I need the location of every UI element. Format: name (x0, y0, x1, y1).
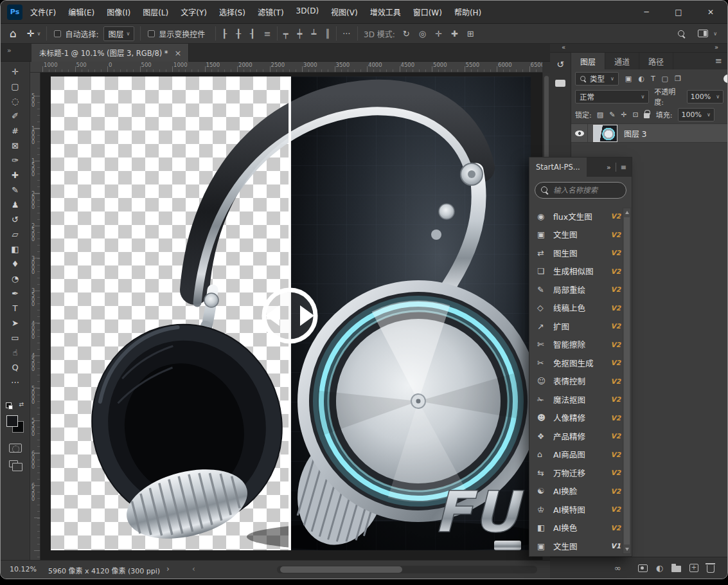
more-options-icon[interactable]: ⋯ (342, 29, 351, 38)
tab-overflow-icon[interactable]: » (7, 46, 12, 55)
marquee-tool[interactable]: ▢ (5, 79, 26, 94)
plugin-item[interactable]: ⇄ 图生图 V2 (537, 244, 632, 262)
zoom-level-field[interactable]: 10.12% (10, 565, 37, 573)
plugin-item[interactable]: ⇆ 万物迁移 V2 (537, 464, 632, 482)
align-right-icon[interactable]: ┨ (250, 29, 255, 39)
distribute-v-icon[interactable]: ║ (325, 29, 330, 39)
canvas-area[interactable]: FU (40, 73, 542, 560)
tool-preset-caret-icon[interactable]: ∨ (37, 31, 41, 37)
home-icon[interactable]: ⌂ (10, 27, 17, 40)
menu-item[interactable]: 窗口(W) (413, 6, 442, 17)
align-left-icon[interactable]: ┠ (222, 29, 227, 39)
filter-adjustment-icon[interactable]: ◐ (638, 75, 644, 83)
plugin-item[interactable]: ◉ flux文生图 V2 (537, 207, 632, 226)
plugin-item[interactable]: ☯ AI换脸 V2 (537, 482, 632, 501)
menu-item[interactable]: 视图(V) (331, 6, 358, 17)
fill-field[interactable]: 100% ∨ (678, 108, 715, 122)
opacity-field[interactable]: 100% ∨ (687, 90, 724, 104)
plugin-item[interactable]: ♔ AI模特图 V2 (537, 500, 632, 519)
plugin-item[interactable]: ◧ AI换色 V2 (537, 519, 632, 537)
default-colors-icon[interactable]: ⇄ (6, 401, 25, 410)
pan-3d-icon[interactable]: ✛ (435, 29, 442, 39)
align-top-icon[interactable]: ┯ (283, 29, 289, 39)
hand-tool[interactable]: ☝ (5, 345, 26, 360)
eraser-tool[interactable]: ▱ (5, 227, 26, 242)
eyedropper-tool[interactable]: ✑ (5, 153, 26, 168)
plugin-collapse-icon[interactable]: » (607, 163, 611, 172)
menu-item[interactable]: 3D(D) (296, 6, 319, 17)
lasso-tool[interactable]: ◌ (5, 94, 26, 109)
plugin-item[interactable]: ☺ 表情控制 V2 (537, 372, 632, 391)
history-brush-tool[interactable]: ↺ (5, 212, 26, 227)
status-menu-icon[interactable]: › (166, 564, 170, 573)
lock-all-icon[interactable] (644, 113, 650, 118)
filter-pin-icon[interactable] (724, 75, 728, 83)
add-mask-icon[interactable] (638, 564, 648, 572)
canvas-artwork[interactable]: FU (51, 76, 531, 550)
menu-item[interactable]: 滤镜(T) (258, 6, 284, 17)
horizontal-scrollbar[interactable] (277, 566, 537, 573)
plugin-item[interactable]: ✄ 智能擦除 V2 (537, 336, 632, 354)
menu-item[interactable]: 选择(S) (219, 6, 245, 17)
delete-layer-icon[interactable] (707, 565, 715, 573)
healing-tool[interactable]: ✚ (5, 168, 26, 183)
visibility-toggle[interactable] (571, 124, 588, 142)
filter-shape-icon[interactable]: ▢ (662, 75, 668, 83)
menu-item[interactable]: 帮助(H) (454, 6, 481, 17)
quick-select-tool[interactable]: ✐ (5, 109, 26, 123)
menu-item[interactable]: 图层(L) (143, 6, 168, 17)
blend-mode-dropdown[interactable]: 正常 ∨ (575, 90, 649, 104)
plugin-tab[interactable]: StartAI-PS... (529, 158, 587, 177)
close-tab-icon[interactable]: × (175, 48, 182, 58)
tab-channels[interactable]: 通道 (605, 53, 639, 69)
tab-layers[interactable]: 图层 (571, 53, 605, 69)
pen-tool[interactable]: ✒ (5, 286, 26, 301)
plugin-item[interactable]: ▣ 文生图 V1 (537, 537, 632, 555)
history-panel-icon[interactable]: ↺ (554, 58, 567, 71)
dodge-tool[interactable]: ◔ (5, 271, 26, 286)
menu-item[interactable]: 图像(I) (107, 6, 130, 17)
new-layer-icon[interactable]: + (689, 564, 698, 572)
swap-colors-icon[interactable]: ⇄ (19, 401, 24, 408)
plugin-scrollbar[interactable] (623, 208, 631, 554)
link-layers-icon[interactable]: ∞ (614, 563, 621, 573)
tab-paths[interactable]: 路径 (639, 53, 673, 69)
filter-type-icon[interactable]: T (651, 75, 655, 83)
adjustment-layer-icon[interactable]: ◐ (656, 563, 663, 573)
plugin-item[interactable]: ⌂ AI商品图 V2 (537, 446, 632, 464)
show-transform-checkbox[interactable] (148, 30, 155, 37)
workspace-icon[interactable] (698, 30, 708, 37)
align-middle-icon[interactable]: ┿ (297, 29, 303, 39)
distribute-h-icon[interactable]: ≡ (264, 29, 271, 39)
frame-tool[interactable]: ⊠ (5, 138, 26, 153)
menu-item[interactable]: 增效工具 (370, 6, 401, 17)
scrollbar-thumb[interactable] (624, 217, 630, 544)
maximize-button[interactable]: □ (673, 8, 684, 17)
search-icon[interactable] (678, 30, 685, 37)
camera-3d-icon[interactable]: ⊞ (467, 29, 474, 39)
menu-item[interactable]: 文字(Y) (181, 6, 207, 17)
path-select-tool[interactable]: ➤ (5, 316, 26, 330)
document-tab[interactable]: 未标题-1 @ 10.1% (图层 3, RGB/8) * × (31, 44, 189, 62)
collapse-panels-icon[interactable]: « (562, 44, 565, 51)
plugin-item[interactable]: ↗ 扩图 V2 (537, 317, 632, 336)
filter-smart-object-icon[interactable]: ❐ (675, 75, 681, 83)
scroll-down-icon[interactable] (625, 548, 629, 551)
plugin-item[interactable]: ☻ 人像精修 V2 (537, 409, 632, 428)
lock-transparent-icon[interactable]: ▨ (597, 111, 603, 119)
menu-item[interactable]: 文件(F) (30, 6, 56, 17)
scroll-up-icon[interactable] (625, 211, 629, 214)
layer-row-selected[interactable]: 图层 3 (571, 123, 727, 143)
close-button[interactable]: ✕ (706, 8, 716, 17)
minimize-button[interactable]: ─ (641, 8, 652, 17)
plugin-item[interactable]: ✎ 局部重绘 V2 (537, 280, 632, 299)
comments-panel-icon[interactable] (555, 80, 565, 87)
quick-mask-icon[interactable] (9, 444, 22, 453)
type-tool[interactable]: T (5, 301, 26, 316)
plugin-item[interactable]: ◇ 线稿上色 V2 (537, 299, 632, 318)
gradient-tool[interactable]: ◧ (5, 242, 26, 256)
plugin-item[interactable]: ✁ 魔法抠图 V2 (537, 390, 632, 409)
brush-tool[interactable]: ✎ (5, 183, 26, 197)
lock-artboard-icon[interactable]: ⊡ (633, 111, 639, 119)
roll-3d-icon[interactable]: ◎ (419, 29, 426, 39)
